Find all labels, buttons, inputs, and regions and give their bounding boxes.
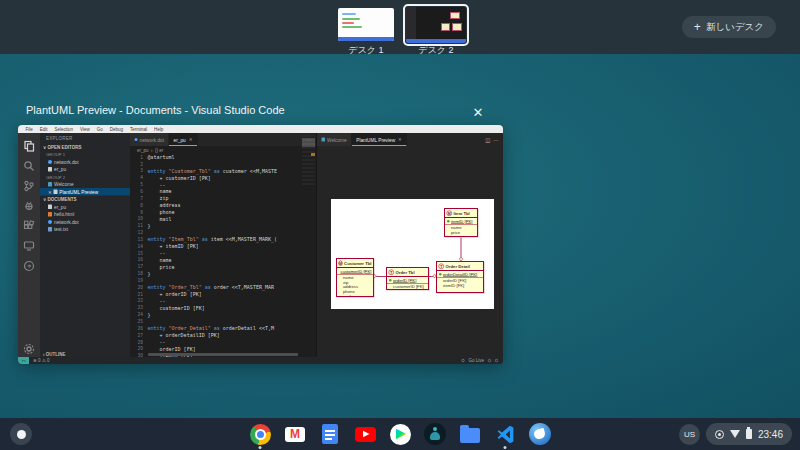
menu-help[interactable]: Help (150, 127, 166, 132)
desk-2-thumbnail[interactable] (403, 4, 469, 46)
sidebar-item-plantuml-preview[interactable]: ✕PlantUML Preview (40, 188, 130, 196)
docs-icon[interactable] (318, 422, 342, 446)
file-file-icon (48, 205, 52, 210)
editor-actions-group2: ◫⋯ (481, 133, 503, 146)
sidebar-item-er-pu[interactable]: er_pu (40, 166, 130, 174)
entity-header: MCustomer Tbl (337, 259, 373, 268)
menu-view[interactable]: View (77, 127, 94, 132)
plus-icon: + (694, 21, 701, 33)
tab-er-pu[interactable]: er_pu✕ (169, 133, 197, 146)
plantuml-preview-pane[interactable]: MCustomer TblcustomerID [PK]namezipaddre… (317, 146, 503, 357)
folder-section-header[interactable]: ∨ DOCUMENTS (40, 196, 130, 204)
desk-2-label: デスク 2 (401, 44, 471, 57)
sidebar-item-group-2[interactable]: GROUP 2 (40, 173, 130, 181)
youtube-icon[interactable] (353, 422, 377, 446)
code-line: 16 name (130, 257, 316, 264)
chrome-icon[interactable] (248, 422, 272, 446)
editor-group-code: network.doter_pu✕⋯ er_pu › {} er 1@start… (130, 133, 316, 357)
search-icon[interactable] (23, 158, 35, 170)
split-editor-icon[interactable]: ◫ (485, 136, 490, 143)
tab-plantuml-preview[interactable]: PlantUML Preview✕ (352, 133, 407, 146)
activity-bar (18, 133, 40, 357)
play-icon[interactable] (388, 422, 412, 446)
account-icon[interactable] (23, 258, 35, 270)
sidebar-item-er-pu[interactable]: er_pu (40, 203, 130, 211)
entity-header: MItem Tbl (445, 209, 477, 218)
tab-close-icon[interactable]: ✕ (398, 137, 402, 142)
code-line: 24} (130, 311, 316, 318)
running-indicator-dot (259, 446, 262, 449)
explorer-sidebar: EXPLORER ∨ OPEN EDITORS GROUP 1network.d… (40, 133, 130, 357)
file-file-icon (48, 167, 52, 172)
code-line: 21 + orderID [PK] (130, 291, 316, 298)
sidebar-item-network-dot[interactable]: network.dot (40, 158, 130, 166)
keyboard-layout-button[interactable]: US (679, 424, 700, 445)
close-window-button[interactable]: ✕ (468, 103, 488, 123)
problems-errors[interactable]: ⊗ 0 ⚠ 0 (33, 358, 50, 363)
menu-edit[interactable]: Edit (36, 127, 51, 132)
tab-close-icon[interactable]: ✕ (189, 137, 193, 142)
dark-app-icon[interactable] (423, 422, 447, 446)
code-line: 29 orderID [FK] (130, 346, 316, 353)
sidebar-item-network-dot[interactable]: network.dot (40, 218, 130, 226)
dot-file-icon (48, 220, 52, 224)
open-editors-header[interactable]: ∨ OPEN EDITORS (40, 143, 130, 151)
code-line: 22 -- (130, 298, 316, 305)
code-line: 19 (130, 277, 316, 284)
menu-selection[interactable]: Selection (51, 127, 77, 132)
launcher-button[interactable] (10, 423, 32, 445)
sidebar-item-welcome[interactable]: Welcome (40, 181, 130, 189)
tab-network-dot[interactable]: network.dot (130, 133, 169, 146)
outline-section-header[interactable]: › OUTLINE (40, 352, 130, 357)
entity-order-detail: TOrder DetailorderDetailID [PK]orderID [… (436, 261, 484, 293)
mail-icon[interactable] (528, 422, 552, 446)
debug-icon[interactable] (23, 198, 35, 210)
menu-file[interactable]: File (22, 127, 36, 132)
breadcrumb[interactable]: er_pu › {} er (130, 146, 316, 154)
code-editor[interactable]: 1@startuml23entity "Customer_Tbl" as cus… (130, 154, 316, 357)
tab-bar-group2: WelcomePlantUML Preview✕◫⋯ (317, 133, 503, 146)
sidebar-item-hello-html[interactable]: hello.html (40, 211, 130, 219)
remote-indicator[interactable]: >< (18, 357, 29, 364)
overview-screen: デスク 1 デスク 2 + 新しいデスク PlantUML Preview - … (0, 0, 800, 450)
horizontal-scrollbar[interactable] (148, 353, 298, 356)
menu-terminal[interactable]: Terminal (126, 127, 150, 132)
status-area-button[interactable]: 23:46 (706, 423, 792, 445)
sidebar-item-test-txt[interactable]: test.txt (40, 226, 130, 234)
settings-gear-icon[interactable] (23, 341, 35, 353)
battery-icon (746, 429, 752, 439)
source-control-icon[interactable] (23, 178, 35, 190)
key-icon (389, 279, 392, 282)
entity-spot-letter: M (339, 260, 343, 266)
code-line: 6 name (130, 188, 316, 195)
menu-go[interactable]: Go (93, 127, 106, 132)
welcome-file-icon (48, 182, 52, 187)
files-icon[interactable] (458, 422, 482, 446)
key-icon (447, 220, 450, 223)
code-line: 18} (130, 270, 316, 277)
entity-field: price (445, 230, 477, 235)
vscode-icon[interactable] (493, 422, 517, 446)
code-line: 14 + itemID [PK] (130, 243, 316, 250)
key-icon (439, 273, 442, 276)
feedback-icon[interactable] (488, 359, 491, 362)
desk-1-thumbnail[interactable] (338, 8, 394, 41)
go-live-button[interactable]: Go Live (468, 358, 484, 363)
extensions-icon[interactable] (23, 218, 35, 230)
entity-header: TOrder Detail (437, 262, 483, 271)
launcher-icon (17, 430, 26, 439)
vscode-window[interactable]: FileEditSelectionViewGoDebugTerminalHelp… (18, 125, 503, 364)
gmail-icon[interactable]: M (283, 422, 307, 446)
sidebar-item-group-1[interactable]: GROUP 1 (40, 151, 130, 159)
entity-title: Order Detail (446, 264, 470, 269)
explorer-icon[interactable] (23, 138, 35, 150)
menu-debug[interactable]: Debug (106, 127, 126, 132)
running-indicator-dot (504, 446, 507, 449)
tab-welcome[interactable]: Welcome (317, 133, 352, 146)
more-actions-icon[interactable]: ⋯ (494, 136, 500, 143)
remote-icon[interactable] (23, 238, 35, 250)
new-desk-button[interactable]: + 新しいデスク (682, 16, 776, 38)
minimap[interactable] (302, 135, 315, 187)
file-file-icon (53, 190, 57, 195)
bell-icon[interactable] (495, 359, 498, 362)
